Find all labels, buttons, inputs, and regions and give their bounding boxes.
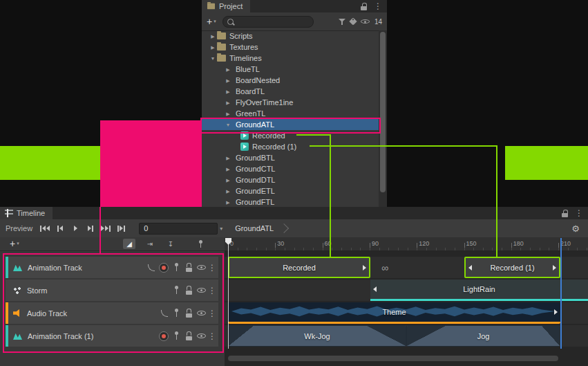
tree-item-greentl[interactable]: ▶GreenTL xyxy=(202,108,379,119)
window-menu-icon[interactable]: ⋮ xyxy=(374,2,382,10)
tree-item-groundftl[interactable]: ▶GroundFTL xyxy=(202,196,379,207)
playhead-line xyxy=(228,239,229,349)
tab-timeline[interactable]: Timeline xyxy=(0,207,53,219)
curves-icon[interactable] xyxy=(160,309,169,318)
foldout-closed-icon[interactable]: ▶ xyxy=(224,178,232,183)
clip-theme[interactable]: Theme xyxy=(228,302,560,324)
play-range-button[interactable] xyxy=(114,222,128,235)
clip-handle-right-icon[interactable] xyxy=(554,309,558,315)
foldout-closed-icon[interactable]: ▶ xyxy=(224,111,232,116)
foldout-closed-icon[interactable]: ▶ xyxy=(224,200,232,205)
search-by-label-icon[interactable] xyxy=(349,17,357,25)
track-header-audio-track[interactable]: Audio Track⋮ xyxy=(6,302,218,324)
next-frame-button[interactable] xyxy=(84,222,97,235)
create-asset-button[interactable]: + ▾ xyxy=(207,17,216,26)
tree-item-recorded-1[interactable]: Recorded (1) xyxy=(202,141,379,152)
track-header-animation-track[interactable]: Animation Track⋮ xyxy=(6,257,218,278)
foldout-open-icon[interactable]: ▼ xyxy=(224,122,232,127)
foldout-closed-icon[interactable]: ▶ xyxy=(209,45,217,50)
record-icon[interactable] xyxy=(159,331,169,341)
frame-field[interactable]: 0 xyxy=(139,223,218,235)
tab-project[interactable]: Project xyxy=(202,0,250,12)
tree-item-groundatl[interactable]: ▼GroundATL xyxy=(202,119,379,130)
foldout-closed-icon[interactable]: ▶ xyxy=(224,167,232,172)
clip-recorded[interactable]: Recorded xyxy=(228,257,370,278)
pin-icon[interactable] xyxy=(172,331,181,340)
lock-icon[interactable] xyxy=(361,3,368,10)
goto-start-button[interactable] xyxy=(38,222,52,235)
replace-mode-button[interactable]: ↧ xyxy=(164,239,177,249)
menu-icon[interactable]: ⋮ xyxy=(209,331,215,340)
pin-icon[interactable] xyxy=(172,309,181,318)
timeline-ruler[interactable]: 0306090120150180210 xyxy=(225,237,588,251)
eye-icon[interactable] xyxy=(197,263,206,272)
clip-handle-left-icon[interactable] xyxy=(468,265,472,271)
search-input[interactable] xyxy=(222,16,314,28)
goto-end-button[interactable] xyxy=(99,222,113,235)
eye-icon[interactable] xyxy=(197,331,206,340)
hidden-items-eye-icon[interactable] xyxy=(361,17,370,26)
lock-icon[interactable] xyxy=(562,210,569,217)
play-button[interactable] xyxy=(68,222,82,235)
marker-toggle-icon[interactable] xyxy=(196,239,205,248)
record-icon[interactable] xyxy=(159,263,169,273)
tree-item-groundbtl[interactable]: ▶GroundBTL xyxy=(202,152,379,163)
ripple-mode-button[interactable]: ⇥ xyxy=(144,239,156,249)
lock-icon[interactable] xyxy=(184,331,193,340)
foldout-closed-icon[interactable]: ▶ xyxy=(224,89,232,94)
tree-item-boardnested[interactable]: ▶BoardNested xyxy=(202,75,379,86)
window-menu-icon[interactable]: ⋮ xyxy=(575,209,583,217)
tree-item-groundctl[interactable]: ▶GroundCTL xyxy=(202,163,379,174)
menu-icon[interactable]: ⋮ xyxy=(209,309,215,318)
search-by-type-icon[interactable] xyxy=(339,18,345,26)
frame-field-dropdown-icon[interactable]: ▾ xyxy=(220,226,222,232)
clip-handle-right-icon[interactable] xyxy=(553,265,556,271)
horizontal-scrollbar[interactable] xyxy=(228,356,558,361)
track-header-storm[interactable]: Storm⋮ xyxy=(6,280,218,301)
lock-icon[interactable] xyxy=(184,309,193,318)
tree-item-bluetl[interactable]: ▶BlueTL xyxy=(202,64,379,75)
tree-item-label: FlyOverTime1ine xyxy=(236,98,293,107)
project-scrollbar[interactable] xyxy=(379,30,387,207)
mix-mode-button[interactable]: ◢ xyxy=(123,239,135,249)
foldout-closed-icon[interactable]: ▶ xyxy=(224,189,232,194)
foldout-open-icon[interactable]: ▼ xyxy=(209,56,217,61)
project-window: Project ⋮ + ▾ 14 ▶Scripts▶Textur xyxy=(202,0,387,207)
pin-icon[interactable] xyxy=(172,286,181,295)
tree-item-boardtl[interactable]: ▶BoardTL xyxy=(202,86,379,97)
add-track-button[interactable]: + ▾ xyxy=(10,239,19,248)
tree-item-flyovertime1ine[interactable]: ▶FlyOverTime1ine xyxy=(202,97,379,108)
tree-item-scripts[interactable]: ▶Scripts xyxy=(202,30,379,42)
eye-icon[interactable] xyxy=(197,309,206,318)
eye-icon[interactable] xyxy=(197,286,206,295)
clip-handle-right-icon[interactable] xyxy=(363,265,366,271)
foldout-closed-icon[interactable]: ▶ xyxy=(224,78,232,83)
scrollbar-thumb[interactable] xyxy=(380,32,386,192)
tree-item-groundetl[interactable]: ▶GroundETL xyxy=(202,185,379,196)
foldout-closed-icon[interactable]: ▶ xyxy=(209,34,217,39)
breadcrumb[interactable]: GroundATL xyxy=(235,224,287,232)
foldout-closed-icon[interactable]: ▶ xyxy=(224,67,232,72)
menu-icon[interactable]: ⋮ xyxy=(209,263,215,272)
tree-item-grounddtl[interactable]: ▶GroundDTL xyxy=(202,174,379,185)
lock-icon[interactable] xyxy=(184,263,193,272)
tree-item-textures[interactable]: ▶Textures xyxy=(202,42,379,53)
preview-button[interactable]: Preview xyxy=(6,224,32,232)
previous-frame-button[interactable] xyxy=(53,222,67,235)
tree-item-timelines[interactable]: ▼Timelines xyxy=(202,53,379,64)
clip-handle-left-icon[interactable] xyxy=(373,286,377,292)
menu-icon[interactable]: ⋮ xyxy=(209,286,215,295)
clip-recorded-1[interactable]: Recorded (1) xyxy=(464,257,560,278)
tree-item-recorded[interactable]: Recorded xyxy=(202,130,379,141)
pin-icon[interactable] xyxy=(172,263,181,272)
foldout-closed-icon[interactable]: ▶ xyxy=(224,100,232,105)
curves-icon[interactable] xyxy=(146,263,155,272)
clip-wkjog[interactable]: Wk-Jog xyxy=(228,325,406,347)
lock-icon[interactable] xyxy=(184,286,193,295)
project-tree: ▶Scripts▶Textures▼Timelines▶BlueTL▶Board… xyxy=(202,30,379,207)
track-header-animation-track-1[interactable]: Animation Track (1)⋮ xyxy=(6,325,218,347)
settings-gear-icon[interactable]: ⚙ xyxy=(571,224,580,233)
foldout-closed-icon[interactable]: ▶ xyxy=(224,156,232,161)
clip-jog[interactable]: Jog xyxy=(406,325,560,347)
clip-lightrain[interactable]: LightRain xyxy=(370,280,588,301)
